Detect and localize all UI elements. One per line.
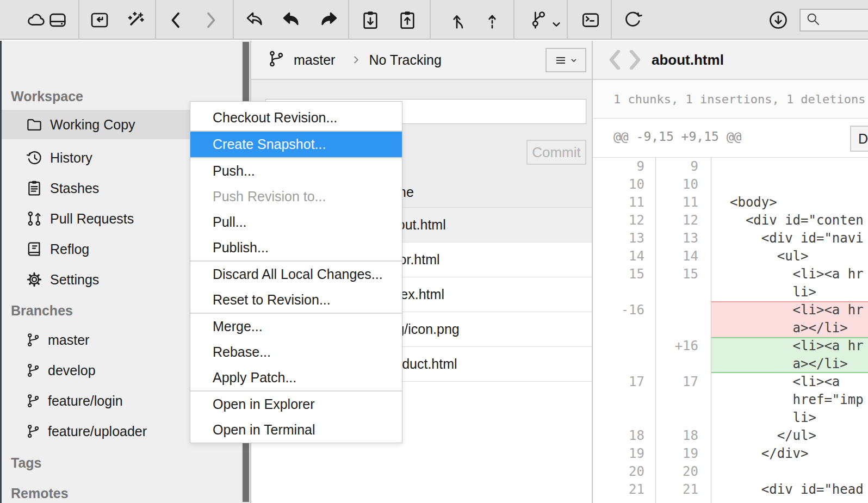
diff-row: 1010 (593, 176, 868, 194)
menu-item-pull[interactable]: Pull... (190, 209, 402, 235)
diff-code-line: <div id="head (711, 481, 868, 499)
branch-icon (25, 332, 41, 348)
sidebar-item-label: feature/uploader (48, 424, 147, 439)
diff-code-line: <li><a hr (711, 301, 868, 319)
menu-item-rebase[interactable]: Rebase... (190, 339, 402, 365)
commit-button[interactable]: Commit (526, 140, 586, 165)
diff-code-line: li> (711, 283, 868, 301)
commit-options-button[interactable] (545, 48, 586, 72)
cloud-icon[interactable] (25, 9, 48, 32)
old-line-number (593, 409, 656, 427)
diff-body: 9910101111<body>1212 <div id="conten1313… (593, 158, 868, 503)
diff-code-line: </ul> (711, 427, 868, 445)
undo-icon[interactable] (280, 9, 302, 32)
context-menu: Checkout Revision...Create Snapshot...Pu… (190, 101, 402, 443)
old-line-number: 9 (593, 158, 656, 176)
diff-code-line: <li><a hr (711, 265, 868, 283)
diff-row: 1717 <li><a (593, 373, 868, 391)
new-line-number (656, 391, 711, 409)
diff-code-line: href="imp (711, 391, 868, 409)
sidebar-item-label: develop (48, 363, 96, 378)
section-header-tags: Tags (11, 455, 42, 471)
merge-branch-icon[interactable] (448, 9, 471, 32)
new-line-number: 9 (656, 158, 711, 176)
forward-icon[interactable] (199, 9, 222, 32)
history-icon (25, 148, 44, 167)
sidebar-item-label: History (50, 150, 92, 166)
toolbar-separator (155, 0, 156, 40)
chevron-down-icon[interactable] (545, 13, 568, 36)
diff-row: 1515 <li><a hr (593, 265, 868, 283)
sidebar-item-label: feature/login (48, 393, 123, 409)
tracking-label: No Tracking (369, 52, 441, 68)
diff-row: li> (593, 283, 868, 301)
diff-row: 99 (593, 158, 868, 176)
toolbar-separator (78, 0, 79, 40)
toolbar-separator (513, 0, 514, 40)
menu-item-reset-to-revision[interactable]: Reset to Revision... (190, 287, 402, 313)
menu-item-create-snapshot[interactable]: Create Snapshot... (190, 132, 402, 157)
sidebar-item-label: Stashes (50, 181, 99, 196)
section-header-remotes: Remotes (11, 486, 69, 501)
clipboard-icon (25, 179, 44, 197)
terminal-icon[interactable] (579, 9, 602, 32)
branch-icon (25, 423, 41, 439)
search-input[interactable] (821, 13, 868, 28)
menu-item-open-in-explorer[interactable]: Open in Explorer (190, 392, 402, 417)
clipboard-down-icon[interactable] (359, 9, 382, 32)
old-line-number: 21 (593, 481, 656, 499)
clipboard-up-icon[interactable] (396, 9, 419, 32)
diff-row: 1111<body> (593, 194, 868, 212)
menu-item-push-revision-to[interactable]: Push Revision to... (190, 184, 402, 209)
code-file-icon (609, 50, 641, 70)
hunk-header-row: @@ -9,15 +9,15 @@ D (593, 119, 868, 158)
diff-code-line: </div> (711, 445, 868, 463)
diff-header: about.html (593, 41, 868, 80)
redo-icon[interactable] (318, 9, 340, 32)
new-line-number: 18 (656, 427, 711, 445)
menu-item-merge[interactable]: Merge... (190, 314, 402, 339)
diff-row: 2121 <div id="head (593, 481, 868, 499)
diff-stats-row: 1 chunks, 1 insertions, 1 deletions. (593, 80, 868, 119)
old-line-number: 12 (593, 212, 656, 229)
magic-wand-icon[interactable] (124, 9, 147, 32)
menu-item-push[interactable]: Push... (190, 158, 402, 184)
diff-row: li> (593, 409, 868, 427)
diff-filename: about.html (652, 52, 724, 69)
refresh-icon[interactable] (621, 9, 644, 32)
search-box[interactable] (799, 9, 868, 32)
push-dashed-icon[interactable] (481, 9, 504, 32)
menu-item-open-in-terminal[interactable]: Open in Terminal (190, 417, 402, 443)
diff-code-line (711, 158, 868, 176)
old-line-number: 11 (593, 194, 656, 212)
diff-filler (593, 499, 868, 503)
toolbar-separator (233, 0, 234, 40)
sidebar-item-label: Settings (50, 272, 99, 288)
branch-icon (25, 362, 41, 378)
fetch-down-icon[interactable] (767, 9, 790, 32)
old-line-number: 20 (593, 463, 656, 481)
new-line-number: 11 (656, 194, 711, 212)
menu-item-discard-all-local-changes[interactable]: Discard All Local Changes... (190, 262, 402, 287)
new-line-number: 15 (656, 265, 711, 283)
old-line-number: 18 (593, 427, 656, 445)
discard-button[interactable]: D (850, 126, 868, 152)
share-arrow-icon[interactable] (243, 9, 266, 32)
menu-item-publish[interactable]: Publish... (190, 235, 402, 260)
hunk-header: @@ -9,15 +9,15 @@ (613, 129, 741, 144)
new-line-number (656, 355, 711, 373)
diff-code-line: <ul> (711, 247, 868, 265)
hard-drive-icon[interactable] (46, 9, 69, 32)
folder-return-icon[interactable] (88, 9, 111, 32)
branch-icon (25, 393, 41, 409)
menu-item-apply-patch[interactable]: Apply Patch... (190, 365, 402, 390)
diff-row: 2020 (593, 463, 868, 481)
new-line-number: 14 (656, 247, 711, 265)
old-line-number: 10 (593, 176, 656, 194)
sidebar-item-label: Pull Requests (50, 211, 134, 227)
sidebar-item-label: master (48, 332, 89, 348)
menu-item-checkout-revision[interactable]: Checkout Revision... (190, 105, 402, 131)
new-line-number: 21 (656, 481, 711, 499)
back-icon[interactable] (165, 9, 188, 32)
diff-code-line: <body> (711, 194, 868, 212)
